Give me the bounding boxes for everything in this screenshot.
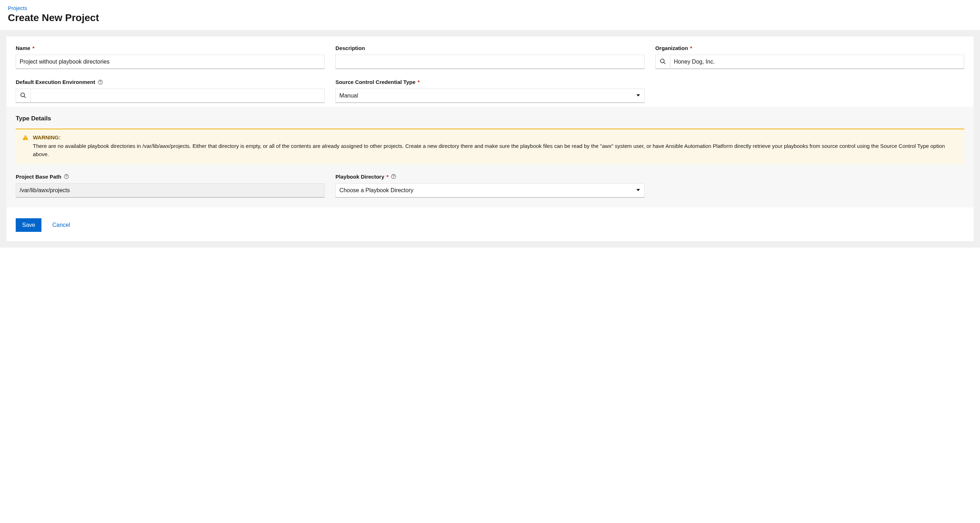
organization-input[interactable] — [670, 55, 964, 69]
label-text: Default Execution Environment — [16, 79, 95, 85]
label-default-ee: Default Execution Environment — [16, 79, 325, 85]
label-text: Organization — [655, 45, 688, 51]
field-organization: Organization * — [655, 45, 964, 69]
label-description: Description — [336, 45, 644, 51]
field-playbook-dir: Playbook Directory * Choose a Playbook D… — [336, 174, 644, 198]
svg-point-1 — [100, 83, 100, 83]
required-mark: * — [690, 45, 692, 51]
label-text: Description — [336, 45, 365, 51]
label-organization: Organization * — [655, 45, 964, 51]
warning-text: There are no available playbook director… — [33, 142, 958, 159]
default-ee-input[interactable] — [31, 89, 325, 103]
page-header: Projects Create New Project — [0, 0, 980, 30]
type-details-title: Type Details — [16, 115, 964, 122]
page-title: Create New Project — [8, 12, 99, 24]
search-icon — [20, 92, 26, 100]
header-left: Projects Create New Project — [8, 5, 99, 24]
label-name: Name * — [16, 45, 325, 51]
label-text: Project Base Path — [16, 174, 61, 180]
type-details-section: Type Details WARNING: There are no avail… — [6, 107, 974, 207]
spacer — [655, 174, 964, 198]
form-card: Name * Description Organization * — [6, 37, 974, 241]
form-actions: Save Cancel — [6, 207, 974, 241]
label-text: Source Control Credential Type — [336, 79, 415, 85]
help-icon[interactable] — [391, 174, 396, 179]
page-body: Name * Description Organization * — [0, 30, 980, 247]
field-name: Name * — [16, 45, 325, 69]
name-input[interactable] — [16, 55, 325, 69]
svg-point-3 — [66, 177, 67, 178]
field-sc-type: Source Control Credential Type * Manual — [336, 79, 644, 103]
breadcrumb-parent[interactable]: Projects — [8, 5, 27, 11]
description-input[interactable] — [336, 55, 644, 69]
default-ee-lookup — [16, 89, 325, 103]
organization-lookup — [655, 55, 964, 69]
playbook-dir-select-button[interactable]: Choose a Playbook Directory — [336, 183, 644, 198]
label-sc-type: Source Control Credential Type * — [336, 79, 644, 85]
sc-type-select-button[interactable]: Manual — [336, 89, 644, 103]
label-text: Playbook Directory — [336, 174, 384, 180]
help-icon[interactable] — [64, 174, 69, 179]
field-project-base-path: Project Base Path — [16, 174, 325, 198]
search-icon — [660, 58, 666, 66]
cancel-button[interactable]: Cancel — [52, 222, 70, 228]
warning-content: WARNING: There are no available playbook… — [33, 134, 958, 159]
required-mark: * — [417, 79, 420, 85]
project-base-path-input — [16, 183, 325, 198]
field-default-ee: Default Execution Environment — [16, 79, 325, 103]
label-project-base-path: Project Base Path — [16, 174, 325, 180]
playbook-dir-select[interactable]: Choose a Playbook Directory — [336, 183, 644, 198]
sc-type-select[interactable]: Manual — [336, 89, 644, 103]
spacer — [655, 79, 964, 103]
warning-title: WARNING: — [33, 134, 958, 140]
field-description: Description — [336, 45, 644, 69]
warning-alert: WARNING: There are no available playbook… — [16, 129, 964, 164]
label-playbook-dir: Playbook Directory * — [336, 174, 644, 180]
organization-search-button[interactable] — [655, 55, 670, 69]
warning-icon — [22, 134, 29, 159]
help-icon[interactable] — [97, 79, 103, 85]
type-details-grid: Project Base Path Playbook Directory * — [16, 174, 964, 198]
default-ee-search-button[interactable] — [16, 89, 31, 103]
save-button[interactable]: Save — [16, 218, 41, 232]
svg-point-5 — [393, 177, 394, 178]
required-mark: * — [387, 174, 388, 180]
page: Projects Create New Project Name * — [0, 0, 980, 247]
required-mark: * — [32, 45, 35, 51]
form-section: Name * Description Organization * — [6, 37, 974, 107]
label-text: Name — [16, 45, 30, 51]
